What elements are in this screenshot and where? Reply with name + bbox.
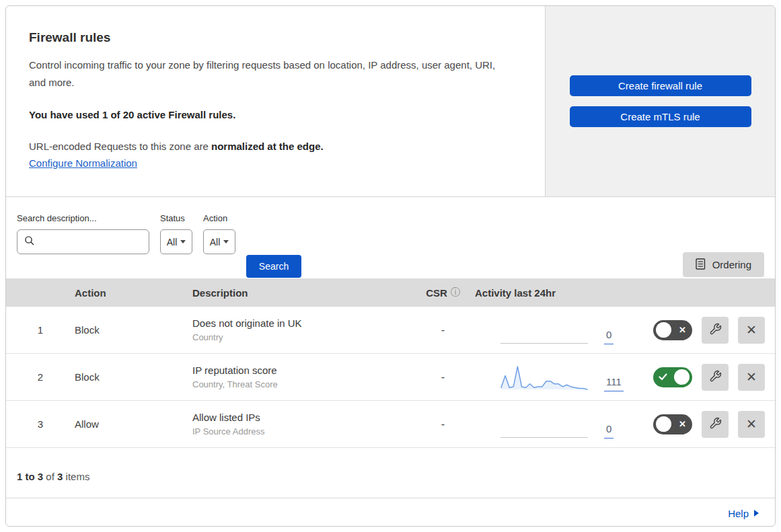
rule-fields: Country [192,332,414,342]
activity-sparkline-empty [500,316,588,344]
rule-activity-cell: 111 ✕ [472,354,775,400]
rule-csr-value: - [414,418,472,430]
table-row: 2 Block IP reputation score Country, Thr… [6,354,775,401]
toggle-x-icon: ✕ [679,325,686,335]
ordering-list-icon [696,258,706,272]
help-link-label: Help [728,508,749,519]
page-title: Firewall rules [29,30,518,45]
firewall-rules-card: Firewall rules Control incoming traffic … [5,5,776,527]
normalization-note: URL-encoded Requests to this zone are no… [29,141,518,152]
chevron-down-icon [180,240,186,243]
action-label: Action [203,213,235,223]
rule-priority: 2 [6,371,75,383]
header-text-block: Firewall rules Control incoming traffic … [6,6,545,196]
normalization-bold-text: normalized at the edge. [211,141,324,152]
toggle-knob [656,416,671,432]
rule-csr-value: - [414,371,472,383]
close-icon: ✕ [746,324,757,336]
close-icon: ✕ [746,418,757,430]
rule-activity-cell: 0 ✕ ✕ [472,307,775,353]
activity-count-link[interactable]: 111 [604,376,624,391]
rule-controls: ✕ ✕ [653,411,775,438]
status-label: Status [160,213,192,223]
rule-fields: IP Source Address [192,426,414,436]
info-icon[interactable]: ⓘ [451,287,460,299]
status-filter-group: Status All [160,213,192,254]
rule-priority: 1 [6,324,75,336]
header-section: Firewall rules Control incoming traffic … [6,6,775,197]
table-row: 3 Allow Allow listed IPs IP Source Addre… [6,401,775,448]
table-header: Action Description CSR ⓘ Activity last 2… [6,278,775,307]
search-button[interactable]: Search [246,255,301,278]
rule-description: Allow listed IPs [192,412,414,423]
toggle-knob [656,322,671,338]
rule-activity-cell: 0 ✕ ✕ [472,401,775,447]
help-link[interactable]: Help [728,508,759,519]
toggle-knob [674,369,690,385]
status-select[interactable]: All [160,229,192,254]
configure-normalization-link[interactable]: Configure Normalization [29,157,137,169]
wrench-icon [709,323,722,338]
help-row: Help [6,498,775,527]
create-firewall-rule-button[interactable]: Create firewall rule [570,75,751,96]
edit-rule-button[interactable] [702,317,729,344]
rule-enabled-toggle[interactable]: ✕ [653,320,692,340]
rule-description-cell: IP reputation score Country, Threat Scor… [192,365,414,389]
toggle-x-icon: ✕ [679,419,686,429]
activity-sparkline-empty [500,410,588,438]
rule-description: IP reputation score [192,365,414,376]
page-description: Control incoming traffic to your zone by… [29,56,507,91]
search-label: Search description... [17,213,149,223]
ordering-button[interactable]: Ordering [683,252,764,277]
items-text: items [63,471,89,482]
action-select[interactable]: All [203,229,235,254]
rule-controls: ✕ ✕ [653,317,775,344]
column-header-action: Action [75,287,192,299]
rule-description-cell: Does not originate in UK Country [192,317,414,342]
of-text: of [43,471,57,482]
toggle-check-icon [659,373,667,381]
delete-rule-button[interactable]: ✕ [738,411,765,438]
usage-summary: You have used 1 of 20 active Firewall ru… [29,109,518,120]
wrench-icon [709,417,722,432]
items-range: 1 to 3 [17,471,43,482]
activity-sparkline [500,363,588,391]
rule-action: Block [75,324,192,336]
delete-rule-button[interactable]: ✕ [738,317,765,344]
search-group: Search description... [17,213,149,254]
column-header-activity: Activity last 24hr [472,278,775,307]
search-input[interactable] [35,237,142,248]
delete-rule-button[interactable]: ✕ [738,364,765,391]
rule-description-cell: Allow listed IPs IP Source Address [192,412,414,436]
rule-controls: ✕ [653,364,775,391]
edit-rule-button[interactable] [702,411,729,438]
pagination-summary: 1 to 3 of 3 items [6,448,775,498]
rule-enabled-toggle[interactable] [653,367,692,387]
rule-action: Block [75,371,192,383]
search-icon [24,235,35,249]
csr-label: CSR [426,287,447,299]
rule-enabled-toggle[interactable]: ✕ [653,414,692,434]
create-mtls-rule-button[interactable]: Create mTLS rule [570,106,751,127]
ordering-button-label: Ordering [712,259,751,270]
close-icon: ✕ [746,371,757,383]
rule-description: Does not originate in UK [192,317,414,329]
activity-count-link[interactable]: 0 [604,423,613,439]
column-header-description: Description [192,287,414,299]
rule-priority: 3 [6,418,75,430]
rule-csr-value: - [414,324,472,336]
edit-rule-button[interactable] [702,364,729,391]
status-value: All [167,237,178,248]
chevron-down-icon [223,240,229,243]
activity-count-link[interactable]: 0 [604,329,613,344]
filter-bar: Search description... Status All Action … [6,197,775,278]
action-value: All [210,237,221,248]
column-header-csr: CSR ⓘ [414,287,472,299]
arrow-right-icon [754,510,759,517]
rule-action: Allow [75,418,192,430]
rule-fields: Country, Threat Score [192,379,414,389]
actions-panel: Create firewall rule Create mTLS rule [545,6,775,196]
action-filter-group: Action All [203,213,235,254]
normalization-text: URL-encoded Requests to this zone are [29,141,211,152]
wrench-icon [709,370,722,385]
